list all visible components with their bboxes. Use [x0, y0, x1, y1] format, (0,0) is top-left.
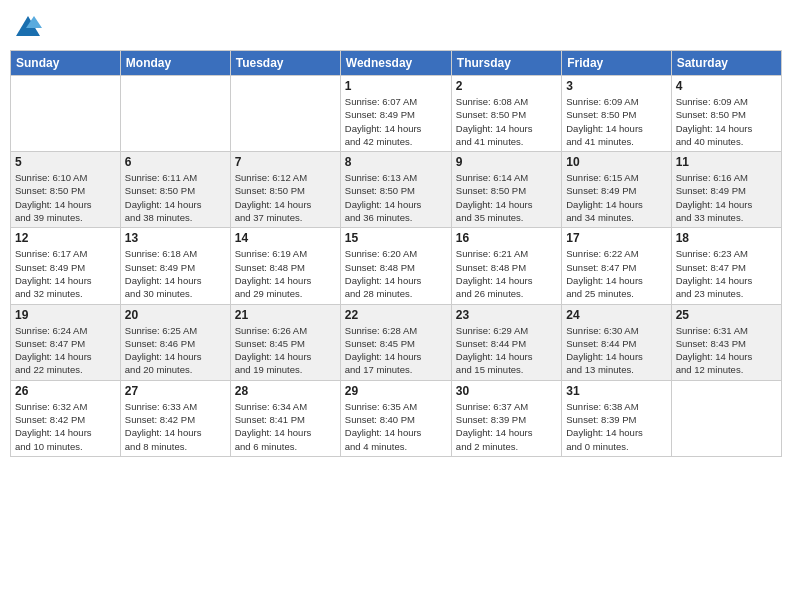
- calendar-cell: 14Sunrise: 6:19 AMSunset: 8:48 PMDayligh…: [230, 228, 340, 304]
- day-info: Sunrise: 6:11 AMSunset: 8:50 PMDaylight:…: [125, 171, 226, 224]
- calendar-cell: 24Sunrise: 6:30 AMSunset: 8:44 PMDayligh…: [562, 304, 671, 380]
- day-number: 10: [566, 155, 666, 169]
- day-info: Sunrise: 6:14 AMSunset: 8:50 PMDaylight:…: [456, 171, 557, 224]
- page-header: [10, 10, 782, 42]
- calendar-cell: 7Sunrise: 6:12 AMSunset: 8:50 PMDaylight…: [230, 152, 340, 228]
- day-number: 11: [676, 155, 777, 169]
- calendar-cell: 8Sunrise: 6:13 AMSunset: 8:50 PMDaylight…: [340, 152, 451, 228]
- day-info: Sunrise: 6:20 AMSunset: 8:48 PMDaylight:…: [345, 247, 447, 300]
- day-info: Sunrise: 6:09 AMSunset: 8:50 PMDaylight:…: [566, 95, 666, 148]
- day-info: Sunrise: 6:19 AMSunset: 8:48 PMDaylight:…: [235, 247, 336, 300]
- calendar-cell: 11Sunrise: 6:16 AMSunset: 8:49 PMDayligh…: [671, 152, 781, 228]
- day-info: Sunrise: 6:24 AMSunset: 8:47 PMDaylight:…: [15, 324, 116, 377]
- column-header-saturday: Saturday: [671, 51, 781, 76]
- day-info: Sunrise: 6:08 AMSunset: 8:50 PMDaylight:…: [456, 95, 557, 148]
- day-number: 9: [456, 155, 557, 169]
- day-number: 19: [15, 308, 116, 322]
- day-info: Sunrise: 6:32 AMSunset: 8:42 PMDaylight:…: [15, 400, 116, 453]
- column-header-wednesday: Wednesday: [340, 51, 451, 76]
- day-number: 14: [235, 231, 336, 245]
- day-info: Sunrise: 6:18 AMSunset: 8:49 PMDaylight:…: [125, 247, 226, 300]
- calendar-cell: 20Sunrise: 6:25 AMSunset: 8:46 PMDayligh…: [120, 304, 230, 380]
- day-number: 4: [676, 79, 777, 93]
- calendar-cell: 22Sunrise: 6:28 AMSunset: 8:45 PMDayligh…: [340, 304, 451, 380]
- day-number: 2: [456, 79, 557, 93]
- day-info: Sunrise: 6:12 AMSunset: 8:50 PMDaylight:…: [235, 171, 336, 224]
- calendar-week-row: 26Sunrise: 6:32 AMSunset: 8:42 PMDayligh…: [11, 380, 782, 456]
- day-number: 31: [566, 384, 666, 398]
- calendar-cell: 31Sunrise: 6:38 AMSunset: 8:39 PMDayligh…: [562, 380, 671, 456]
- day-number: 1: [345, 79, 447, 93]
- calendar-cell: 18Sunrise: 6:23 AMSunset: 8:47 PMDayligh…: [671, 228, 781, 304]
- calendar-cell: 5Sunrise: 6:10 AMSunset: 8:50 PMDaylight…: [11, 152, 121, 228]
- day-number: 30: [456, 384, 557, 398]
- day-info: Sunrise: 6:13 AMSunset: 8:50 PMDaylight:…: [345, 171, 447, 224]
- day-info: Sunrise: 6:33 AMSunset: 8:42 PMDaylight:…: [125, 400, 226, 453]
- day-info: Sunrise: 6:17 AMSunset: 8:49 PMDaylight:…: [15, 247, 116, 300]
- day-info: Sunrise: 6:38 AMSunset: 8:39 PMDaylight:…: [566, 400, 666, 453]
- day-number: 5: [15, 155, 116, 169]
- calendar-cell: 3Sunrise: 6:09 AMSunset: 8:50 PMDaylight…: [562, 76, 671, 152]
- day-info: Sunrise: 6:07 AMSunset: 8:49 PMDaylight:…: [345, 95, 447, 148]
- day-info: Sunrise: 6:16 AMSunset: 8:49 PMDaylight:…: [676, 171, 777, 224]
- calendar-cell: 9Sunrise: 6:14 AMSunset: 8:50 PMDaylight…: [451, 152, 561, 228]
- calendar-cell: 16Sunrise: 6:21 AMSunset: 8:48 PMDayligh…: [451, 228, 561, 304]
- calendar-cell: 28Sunrise: 6:34 AMSunset: 8:41 PMDayligh…: [230, 380, 340, 456]
- day-number: 23: [456, 308, 557, 322]
- day-info: Sunrise: 6:37 AMSunset: 8:39 PMDaylight:…: [456, 400, 557, 453]
- day-info: Sunrise: 6:34 AMSunset: 8:41 PMDaylight:…: [235, 400, 336, 453]
- day-number: 26: [15, 384, 116, 398]
- column-header-tuesday: Tuesday: [230, 51, 340, 76]
- calendar-cell: [120, 76, 230, 152]
- logo: [14, 14, 46, 42]
- column-header-friday: Friday: [562, 51, 671, 76]
- day-number: 18: [676, 231, 777, 245]
- calendar-cell: 4Sunrise: 6:09 AMSunset: 8:50 PMDaylight…: [671, 76, 781, 152]
- calendar-cell: [11, 76, 121, 152]
- day-info: Sunrise: 6:26 AMSunset: 8:45 PMDaylight:…: [235, 324, 336, 377]
- calendar-cell: 23Sunrise: 6:29 AMSunset: 8:44 PMDayligh…: [451, 304, 561, 380]
- day-info: Sunrise: 6:21 AMSunset: 8:48 PMDaylight:…: [456, 247, 557, 300]
- calendar-week-row: 5Sunrise: 6:10 AMSunset: 8:50 PMDaylight…: [11, 152, 782, 228]
- day-info: Sunrise: 6:23 AMSunset: 8:47 PMDaylight:…: [676, 247, 777, 300]
- day-info: Sunrise: 6:22 AMSunset: 8:47 PMDaylight:…: [566, 247, 666, 300]
- day-info: Sunrise: 6:30 AMSunset: 8:44 PMDaylight:…: [566, 324, 666, 377]
- calendar-cell: 13Sunrise: 6:18 AMSunset: 8:49 PMDayligh…: [120, 228, 230, 304]
- day-info: Sunrise: 6:09 AMSunset: 8:50 PMDaylight:…: [676, 95, 777, 148]
- column-header-monday: Monday: [120, 51, 230, 76]
- calendar-cell: 1Sunrise: 6:07 AMSunset: 8:49 PMDaylight…: [340, 76, 451, 152]
- calendar-cell: 12Sunrise: 6:17 AMSunset: 8:49 PMDayligh…: [11, 228, 121, 304]
- day-info: Sunrise: 6:29 AMSunset: 8:44 PMDaylight:…: [456, 324, 557, 377]
- day-number: 24: [566, 308, 666, 322]
- calendar-cell: [671, 380, 781, 456]
- day-info: Sunrise: 6:25 AMSunset: 8:46 PMDaylight:…: [125, 324, 226, 377]
- calendar-cell: 21Sunrise: 6:26 AMSunset: 8:45 PMDayligh…: [230, 304, 340, 380]
- calendar-cell: 6Sunrise: 6:11 AMSunset: 8:50 PMDaylight…: [120, 152, 230, 228]
- day-number: 22: [345, 308, 447, 322]
- day-info: Sunrise: 6:35 AMSunset: 8:40 PMDaylight:…: [345, 400, 447, 453]
- day-number: 7: [235, 155, 336, 169]
- calendar-week-row: 12Sunrise: 6:17 AMSunset: 8:49 PMDayligh…: [11, 228, 782, 304]
- calendar-cell: 19Sunrise: 6:24 AMSunset: 8:47 PMDayligh…: [11, 304, 121, 380]
- day-number: 6: [125, 155, 226, 169]
- day-number: 27: [125, 384, 226, 398]
- logo-icon: [14, 14, 42, 42]
- day-number: 15: [345, 231, 447, 245]
- calendar-cell: 26Sunrise: 6:32 AMSunset: 8:42 PMDayligh…: [11, 380, 121, 456]
- calendar-cell: 25Sunrise: 6:31 AMSunset: 8:43 PMDayligh…: [671, 304, 781, 380]
- calendar-cell: 17Sunrise: 6:22 AMSunset: 8:47 PMDayligh…: [562, 228, 671, 304]
- day-info: Sunrise: 6:28 AMSunset: 8:45 PMDaylight:…: [345, 324, 447, 377]
- calendar-cell: [230, 76, 340, 152]
- day-number: 8: [345, 155, 447, 169]
- calendar-cell: 2Sunrise: 6:08 AMSunset: 8:50 PMDaylight…: [451, 76, 561, 152]
- day-number: 16: [456, 231, 557, 245]
- day-number: 28: [235, 384, 336, 398]
- column-header-thursday: Thursday: [451, 51, 561, 76]
- day-number: 21: [235, 308, 336, 322]
- day-number: 25: [676, 308, 777, 322]
- calendar-week-row: 19Sunrise: 6:24 AMSunset: 8:47 PMDayligh…: [11, 304, 782, 380]
- calendar-week-row: 1Sunrise: 6:07 AMSunset: 8:49 PMDaylight…: [11, 76, 782, 152]
- calendar-cell: 27Sunrise: 6:33 AMSunset: 8:42 PMDayligh…: [120, 380, 230, 456]
- day-info: Sunrise: 6:31 AMSunset: 8:43 PMDaylight:…: [676, 324, 777, 377]
- day-number: 20: [125, 308, 226, 322]
